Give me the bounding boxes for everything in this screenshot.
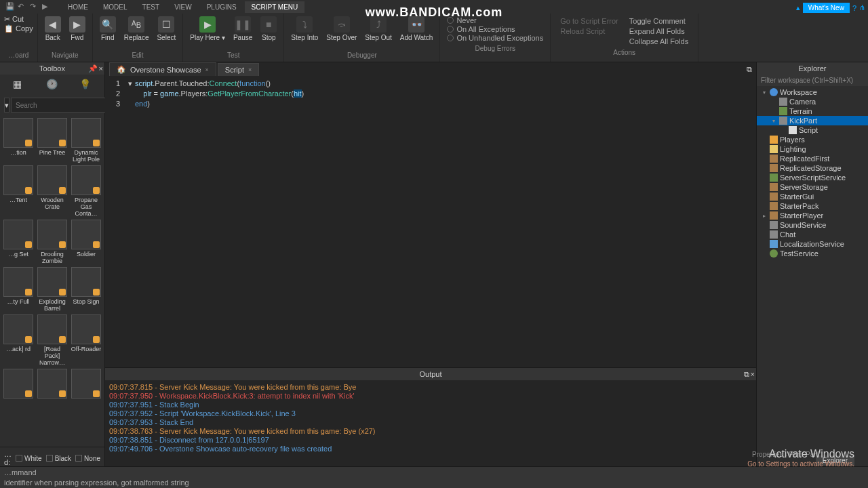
tree-row[interactable]: ReplicatedStorage xyxy=(757,163,868,173)
tree-row[interactable]: TestService xyxy=(757,249,868,258)
toolbox-item[interactable]: Propane Gas Conta… xyxy=(71,165,102,217)
toolbox-item[interactable]: …g Set xyxy=(3,220,34,264)
code-editor[interactable]: 123 ▾ script.Parent.Touched:Connect(func… xyxy=(105,76,756,367)
tree-row[interactable]: StarterPack xyxy=(757,201,868,211)
tree-row[interactable]: ▾KickPart xyxy=(757,116,868,125)
tab-overstone[interactable]: 🏠Overstone Showcase× xyxy=(109,62,216,76)
explorer-filter[interactable]: Filter workspace (Ctrl+Shift+X) xyxy=(757,75,868,86)
close-icon[interactable]: × xyxy=(99,64,103,73)
recent-icon[interactable]: 🕐 xyxy=(46,79,58,91)
share-icon[interactable]: ⋔ xyxy=(859,3,865,12)
group-clipboard: …oard xyxy=(8,50,28,60)
tree-row[interactable]: ReplicatedFirst xyxy=(757,154,868,163)
err-all[interactable]: On All Exceptions xyxy=(447,25,543,33)
bg-black[interactable]: Black xyxy=(46,450,71,466)
toolbox-item[interactable]: Drooling Zombie xyxy=(37,220,68,264)
close-icon[interactable]: × xyxy=(751,370,755,379)
pause-button[interactable]: ❚❚Pause xyxy=(231,15,255,43)
tree-row[interactable]: Chat xyxy=(757,230,868,239)
replace-button[interactable]: ABReplace xyxy=(121,15,152,43)
toolbox-title: Toolbox xyxy=(39,64,65,73)
step-out-button[interactable]: ⤴Step Out xyxy=(362,15,394,43)
fwd-button[interactable]: ▶Fwd xyxy=(66,15,88,43)
tree-row[interactable]: SoundService xyxy=(757,220,868,230)
light-icon[interactable]: 💡 xyxy=(79,79,92,91)
tree-row[interactable]: ServerScriptService xyxy=(757,173,868,182)
menu-tabs: HOME MODEL TEST VIEW PLUGINS SCRIPT MENU xyxy=(61,1,304,13)
select-button[interactable]: ☐Select xyxy=(154,15,178,43)
toolbox-item[interactable]: [Road Pack] Narrow… xyxy=(37,314,68,366)
tab-model[interactable]: MODEL xyxy=(96,1,134,13)
toolbox-item[interactable]: Soldier xyxy=(71,220,102,264)
toolbox-item[interactable]: …tion xyxy=(3,118,34,163)
tab-home[interactable]: HOME xyxy=(61,1,95,13)
search-input[interactable] xyxy=(11,98,106,113)
step-over-button[interactable]: ⤼Step Over xyxy=(323,15,359,43)
tree-row[interactable]: Players xyxy=(757,135,868,144)
tree-row[interactable]: LocalizationService xyxy=(757,239,868,249)
collapse-folds[interactable]: Collapse All Folds xyxy=(627,37,691,46)
pin-icon[interactable]: 📌 xyxy=(88,64,98,73)
whats-new-button[interactable]: What's New xyxy=(803,3,850,13)
copy-button[interactable]: 📋 Copy xyxy=(4,24,33,33)
tab-test[interactable]: TEST xyxy=(136,1,167,13)
tree-row[interactable]: Camera xyxy=(757,97,868,106)
toolbox-item[interactable]: Pine Tree xyxy=(37,118,68,163)
help-icon[interactable]: ? xyxy=(852,4,856,12)
close-icon[interactable]: × xyxy=(205,66,209,73)
collapse-ribbon-icon[interactable]: ▴ xyxy=(796,3,800,12)
close-icon[interactable]: × xyxy=(248,66,252,73)
tree-row[interactable]: Terrain xyxy=(757,106,868,116)
toolbox-item[interactable] xyxy=(3,369,34,400)
toolbox-item[interactable]: Exploding Barrel xyxy=(37,267,68,312)
command-bar[interactable]: …mmand xyxy=(0,467,868,478)
tab-script[interactable]: Script× xyxy=(218,63,259,76)
err-unhandled[interactable]: On Unhandled Exceptions xyxy=(447,34,543,42)
tab-scriptmenu[interactable]: SCRIPT MENU xyxy=(245,1,305,13)
play-button[interactable]: ▶Play Here ▾ xyxy=(187,15,228,43)
goto-error[interactable]: Go to Script Error xyxy=(557,16,621,26)
save-icon[interactable]: 💾 xyxy=(5,2,15,12)
toolbox-item[interactable]: …ack] rd xyxy=(3,314,34,366)
cut-button[interactable]: ✂ Cut xyxy=(4,15,24,24)
add-watch-button[interactable]: 👓Add Watch xyxy=(397,15,436,43)
tree-row[interactable]: ▾Workspace xyxy=(757,87,868,97)
toggle-comment[interactable]: Toggle Comment xyxy=(627,16,691,26)
toolbox-item[interactable]: Off-Roader xyxy=(71,314,102,366)
expand-folds[interactable]: Expand All Folds xyxy=(627,26,691,36)
toolbox-item[interactable] xyxy=(37,369,68,400)
back-button[interactable]: ◀Back xyxy=(42,15,64,43)
output-line: 09:07:37.950 - Workspace.KickBlock.Kick:… xyxy=(109,392,752,401)
redo-icon[interactable]: ↷ xyxy=(30,2,39,12)
toolbox-item[interactable]: Wooden Crate xyxy=(37,165,68,217)
step-into-button[interactable]: ⤵Step Into xyxy=(288,15,321,43)
toolbox-item[interactable] xyxy=(71,369,102,400)
undo-icon[interactable]: ↶ xyxy=(18,2,27,12)
popout-icon[interactable]: ⧉ xyxy=(744,370,749,379)
tab-plugins[interactable]: PLUGINS xyxy=(200,1,243,13)
bg-none[interactable]: None xyxy=(75,450,100,466)
reload-script[interactable]: Reload Script xyxy=(557,26,621,36)
toolbox-item[interactable]: Stop Sign xyxy=(71,267,102,312)
toolbox-item[interactable]: …ty Full xyxy=(3,267,34,312)
bg-white[interactable]: White xyxy=(16,450,42,466)
category-icon[interactable]: ▾ xyxy=(4,98,9,113)
tree-row[interactable]: Script xyxy=(757,125,868,135)
stop-button[interactable]: ■Stop xyxy=(258,15,279,43)
output-body[interactable]: 09:07:37.815 - Server Kick Message: You … xyxy=(105,380,756,469)
err-never[interactable]: Never xyxy=(447,16,543,24)
toolbox-item[interactable]: …Tent xyxy=(3,165,34,217)
tab-view[interactable]: VIEW xyxy=(167,1,199,13)
tree-row[interactable]: ▸StarterPlayer xyxy=(757,211,868,220)
play-icon[interactable]: ▶ xyxy=(42,2,52,12)
tree-row[interactable]: StarterGui xyxy=(757,192,868,201)
tree-row[interactable]: Lighting xyxy=(757,144,868,154)
tree-row[interactable]: ServerStorage xyxy=(757,182,868,192)
group-navigate: Navigate xyxy=(52,50,78,60)
group-actions: Actions xyxy=(613,47,635,58)
find-button[interactable]: 🔍Find xyxy=(97,15,119,43)
popout-icon[interactable]: ⧉ xyxy=(743,63,756,76)
grid-icon[interactable]: ▦ xyxy=(13,79,25,91)
toolbox-item[interactable]: Dynamic Light Pole xyxy=(71,118,102,163)
group-edit: Edit xyxy=(132,50,143,60)
